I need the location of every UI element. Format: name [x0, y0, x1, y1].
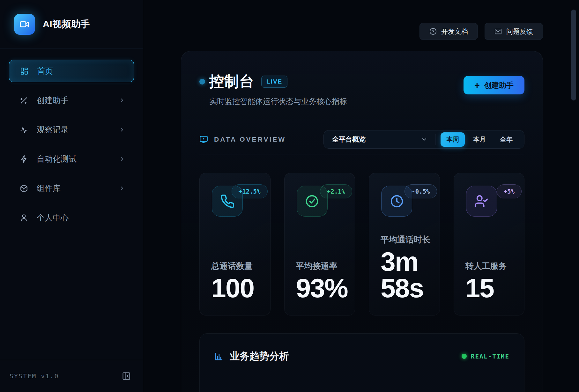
sidebar-item-create-assistant[interactable]: 创建助手	[9, 89, 134, 112]
trend-section: 业务趋势分析 REAL-TIME	[199, 333, 524, 392]
sidebar-item-component-library[interactable]: 组件库	[9, 177, 134, 200]
sidebar-item-label: 观察记录	[37, 124, 69, 135]
sidebar-item-observation-log[interactable]: 观察记录	[9, 118, 134, 141]
feedback-button-label: 问题反馈	[506, 27, 533, 36]
chevron-down-icon	[421, 136, 427, 143]
stat-label: 平均通话时长	[381, 234, 430, 245]
monitor-play-icon	[199, 135, 208, 144]
stat-label: 总通话数量	[211, 261, 254, 272]
docs-button[interactable]: 开发文档	[419, 23, 478, 40]
chevron-right-icon	[119, 156, 125, 162]
stat-value: 100	[211, 275, 254, 301]
stat-label: 平均接通率	[296, 261, 348, 272]
platform-select[interactable]: 全平台概览	[324, 135, 435, 144]
period-tabs: 本周 本月 全年	[435, 132, 524, 147]
stat-card-answer-rate: +2.1% 平均接通率 93%	[284, 173, 355, 315]
section-label: DATA OVERVIEW	[214, 136, 286, 143]
trend-title: 业务趋势分析	[230, 350, 289, 363]
sidebar-footer: SYSTEM v1.0	[0, 360, 143, 392]
collapse-sidebar-button[interactable]	[122, 372, 131, 381]
plus-icon: +	[474, 81, 480, 90]
main-content: 开发文档 问题反馈 控制台 LIVE 实时	[143, 0, 579, 392]
delta-badge: +2.1%	[320, 184, 352, 198]
stat-card-human-transfer: +5% 转人工服务 15	[454, 173, 525, 315]
cube-icon	[20, 184, 28, 193]
create-assistant-label: 创建助手	[484, 80, 514, 90]
video-camera-icon	[19, 19, 30, 29]
tab-week[interactable]: 本周	[441, 132, 465, 147]
delta-badge: +5%	[497, 184, 522, 198]
chevron-right-icon	[119, 97, 125, 103]
sidebar-item-label: 创建助手	[37, 95, 69, 106]
dashboard-icon	[20, 67, 28, 75]
sidebar-item-home[interactable]: 首页	[9, 60, 134, 82]
overview-controls: 全平台概览 本周 本月 全年	[323, 130, 524, 149]
delta-badge: -0.5%	[405, 184, 437, 198]
docs-button-label: 开发文档	[441, 27, 468, 36]
realtime-dot	[462, 354, 467, 359]
page-subtitle: 实时监控智能体运行状态与业务核心指标	[209, 96, 347, 107]
activity-icon	[20, 126, 28, 134]
platform-select-value: 全平台概览	[332, 135, 366, 144]
user-check-icon	[466, 186, 497, 217]
stat-card-avg-duration: -0.5% 平均通话时长 3m 58s	[369, 173, 440, 315]
stat-cards: +12.5% 总通话数量 100 +2.1% 平均接通率	[199, 173, 524, 315]
page-title: 控制台	[209, 72, 254, 92]
system-version: SYSTEM v1.0	[10, 372, 59, 380]
lightning-icon	[20, 155, 28, 163]
sidebar-item-automation-test[interactable]: 自动化测试	[9, 148, 134, 170]
console-panel: 控制台 LIVE 实时监控智能体运行状态与业务核心指标 + 创建助手	[181, 51, 543, 392]
user-icon	[20, 214, 28, 222]
sidebar-header: AI视频助手	[0, 0, 143, 48]
magic-wand-icon	[20, 96, 28, 105]
sidebar-item-label: 个人中心	[37, 212, 69, 223]
app-logo	[14, 14, 35, 35]
data-overview-row: DATA OVERVIEW 全平台概览 本周 本月 全年	[199, 130, 524, 149]
feedback-button[interactable]: 问题反馈	[485, 23, 543, 40]
app-root: AI视频助手 首页 创建助手	[0, 0, 579, 392]
bar-chart-icon	[214, 351, 224, 361]
mail-icon	[494, 28, 502, 35]
scrollbar[interactable]	[571, 10, 576, 100]
panel-collapse-icon	[122, 372, 131, 381]
stat-label: 转人工服务	[465, 261, 507, 272]
delta-badge: +12.5%	[232, 184, 268, 198]
sidebar: AI视频助手 首页 创建助手	[0, 0, 143, 392]
section-divider	[199, 154, 524, 154]
app-title: AI视频助手	[43, 18, 90, 31]
sidebar-item-label: 组件库	[37, 183, 61, 194]
sidebar-item-label: 自动化测试	[37, 154, 77, 164]
chevron-right-icon	[119, 127, 125, 133]
console-header: 控制台 LIVE 实时监控智能体运行状态与业务核心指标 + 创建助手	[199, 72, 524, 107]
stat-value: 15	[465, 275, 507, 301]
stat-value: 93%	[296, 275, 348, 301]
sidebar-item-label: 首页	[37, 66, 53, 76]
topbar: 开发文档 问题反馈	[143, 0, 579, 40]
chevron-right-icon	[119, 185, 125, 191]
help-circle-icon	[429, 28, 437, 35]
stat-value: 3m 58s	[381, 248, 430, 301]
sidebar-item-profile[interactable]: 个人中心	[9, 206, 134, 229]
tab-month[interactable]: 本月	[467, 132, 492, 147]
status-dot	[199, 79, 205, 85]
create-assistant-button[interactable]: + 创建助手	[464, 76, 524, 94]
tab-year[interactable]: 全年	[494, 132, 518, 147]
sidebar-nav: 首页 创建助手 观察记录	[0, 48, 143, 229]
realtime-label: REAL-TIME	[471, 353, 509, 360]
stat-card-total-calls: +12.5% 总通话数量 100	[199, 173, 271, 315]
live-badge: LIVE	[261, 76, 287, 88]
